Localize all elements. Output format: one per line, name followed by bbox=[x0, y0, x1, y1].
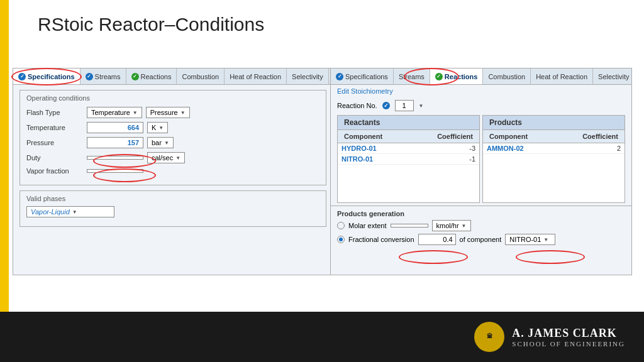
press-unit-arrow: ▼ bbox=[164, 140, 169, 146]
left-panel: ✓ Specifications ✓ Streams ✓ Reactions C… bbox=[13, 68, 333, 275]
flash-type-label: Flash Type bbox=[26, 109, 83, 116]
pressure-row: Pressure 157 bar ▼ bbox=[26, 137, 319, 148]
tab-combustion-label: Combustion bbox=[182, 73, 219, 80]
temp-unit-arrow: ▼ bbox=[158, 125, 164, 131]
molar-extent-arrow: ▼ bbox=[462, 223, 467, 229]
operating-conditions-label: Operating conditions bbox=[26, 94, 319, 102]
reaction-no-value[interactable]: 1 bbox=[395, 100, 414, 111]
duty-unit-arrow: ▼ bbox=[175, 155, 180, 161]
streams-tab-icon: ✓ bbox=[86, 73, 93, 80]
valid-phases-dropdown[interactable]: Vapor-Liquid ▼ bbox=[26, 206, 114, 217]
footer-bar: 🏛 A. James Clark School of Engineering bbox=[0, 312, 644, 362]
tab-reactions-right[interactable]: ✓ Reactions bbox=[430, 69, 484, 84]
tab-specifications-right[interactable]: ✓ Specifications bbox=[331, 69, 394, 84]
tab-reactions-label-right: Reactions bbox=[445, 73, 478, 80]
products-col-component: Component bbox=[487, 131, 577, 141]
molar-extent-value-field[interactable] bbox=[391, 224, 428, 228]
reactant-2-coeff: -1 bbox=[431, 155, 475, 163]
duty-unit-dropdown[interactable]: cal/sec ▼ bbox=[147, 152, 185, 163]
vapor-fraction-field[interactable] bbox=[87, 169, 143, 173]
fractional-conv-label: Fractional conversion bbox=[348, 236, 414, 243]
products-title: Products bbox=[487, 117, 621, 128]
specs-tab-icon: ✓ bbox=[18, 73, 26, 80]
flash-type-temp-dropdown[interactable]: Temperature ▼ bbox=[87, 107, 142, 118]
edit-stoichiometry-link[interactable]: Edit Stoichiometry bbox=[331, 85, 631, 97]
product-row-1: AMMON-02 2 bbox=[483, 143, 625, 154]
reaction-no-label: Reaction No. bbox=[337, 102, 377, 109]
reactants-col-component: Component bbox=[341, 131, 431, 141]
vapor-fraction-row: Vapor fraction bbox=[26, 167, 319, 175]
pressure-unit: bar bbox=[152, 139, 162, 146]
temperature-unit-dropdown[interactable]: K ▼ bbox=[147, 122, 168, 133]
reactant-2-component: NITRO-01 bbox=[341, 155, 431, 163]
logo-area: 🏛 A. James Clark School of Engineering bbox=[474, 322, 625, 352]
molar-extent-row: Molar extent kmol/hr ▼ bbox=[337, 220, 625, 231]
molar-extent-label: Molar extent bbox=[348, 222, 387, 229]
yellow-accent-bar bbox=[0, 0, 9, 362]
of-component-dropdown[interactable]: NITRO-01 ▼ bbox=[505, 234, 555, 245]
of-component-value: NITRO-01 bbox=[509, 236, 541, 243]
tab-streams-right[interactable]: Streams bbox=[394, 69, 430, 84]
operating-conditions-section: Operating conditions Flash Type Temperat… bbox=[19, 90, 326, 185]
fractional-conv-radio[interactable] bbox=[337, 236, 345, 243]
reactant-row-2: NITRO-01 -1 bbox=[338, 154, 479, 165]
flash-press-arrow: ▼ bbox=[180, 110, 186, 116]
pressure-label: Pressure bbox=[26, 139, 83, 146]
flash-type-press-value: Pressure bbox=[150, 109, 178, 116]
molar-extent-radio[interactable] bbox=[337, 222, 345, 229]
school-logo-text: A. James Clark School of Engineering bbox=[512, 327, 625, 348]
temperature-row: Temperature 664 K ▼ bbox=[26, 122, 319, 133]
flash-type-press-dropdown[interactable]: Pressure ▼ bbox=[146, 107, 190, 118]
left-tab-bar: ✓ Specifications ✓ Streams ✓ Reactions C… bbox=[13, 69, 333, 85]
reaction-no-row: Reaction No. ✓ 1 ▼ bbox=[331, 97, 631, 115]
vapor-fraction-label: Vapor fraction bbox=[26, 167, 83, 175]
tab-reactions-left[interactable]: ✓ Reactions bbox=[126, 69, 177, 84]
tab-combustion-right[interactable]: Combustion bbox=[483, 69, 531, 84]
reaction-no-icon: ✓ bbox=[382, 102, 390, 109]
reactants-col-header: Component Coefficient bbox=[338, 130, 479, 143]
flash-type-temp-value: Temperature bbox=[91, 109, 130, 116]
products-box: Products Component Coefficient AMMON-02 … bbox=[482, 115, 625, 203]
temperature-label: Temperature bbox=[26, 124, 83, 131]
reaction-no-arrow[interactable]: ▼ bbox=[419, 103, 424, 109]
university-seal: 🏛 bbox=[474, 322, 504, 352]
flash-temp-arrow: ▼ bbox=[133, 110, 138, 116]
reactant-1-coeff: -3 bbox=[431, 145, 475, 152]
pressure-unit-dropdown[interactable]: bar ▼ bbox=[147, 137, 174, 148]
reactants-col-coeff: Coefficient bbox=[431, 131, 475, 141]
tab-heat-label: Heat of Reaction bbox=[230, 73, 281, 80]
pressure-value-field[interactable]: 157 bbox=[87, 137, 143, 148]
valid-phases-row: Vapor-Liquid ▼ bbox=[26, 206, 319, 217]
products-col-coeff: Coefficient bbox=[577, 131, 621, 141]
reactant-row-1: HYDRO-01 -3 bbox=[338, 143, 479, 154]
fractional-conv-value-field[interactable]: 0.4 bbox=[418, 234, 456, 245]
specs-icon-right: ✓ bbox=[336, 73, 343, 80]
of-comp-arrow: ▼ bbox=[543, 237, 548, 243]
valid-phases-value: Vapor-Liquid bbox=[31, 208, 70, 216]
school-subtitle: School of Engineering bbox=[512, 340, 625, 348]
temperature-value-field[interactable]: 664 bbox=[87, 122, 143, 133]
reactants-header: Reactants bbox=[338, 116, 479, 130]
valid-phases-title: Valid phases bbox=[26, 195, 319, 202]
tab-sel-label: Selectivity bbox=[292, 73, 323, 80]
tab-heat-left[interactable]: Heat of Reaction bbox=[225, 69, 287, 84]
tab-streams-label-right: Streams bbox=[399, 73, 425, 80]
tab-specifications-left[interactable]: ✓ Specifications bbox=[13, 69, 80, 84]
molar-extent-unit-dropdown[interactable]: kmol/hr ▼ bbox=[432, 220, 471, 231]
school-name: A. James Clark bbox=[512, 327, 625, 340]
tab-reactions-label-left: Reactions bbox=[141, 73, 172, 80]
tab-combustion-left[interactable]: Combustion bbox=[177, 69, 225, 84]
seal-text: 🏛 bbox=[487, 334, 492, 340]
tab-heat-right[interactable]: Heat of Reaction bbox=[531, 69, 593, 84]
valid-phases-section: Valid phases Vapor-Liquid ▼ bbox=[19, 190, 326, 227]
valid-phases-arrow: ▼ bbox=[72, 209, 77, 215]
tab-selectivity-right[interactable]: Selectivity bbox=[593, 69, 631, 84]
tab-specs-label-right: Specifications bbox=[345, 73, 388, 80]
tab-streams-left[interactable]: ✓ Streams bbox=[80, 69, 126, 84]
tab-heat-label-right: Heat of Reaction bbox=[536, 73, 587, 80]
duty-row: Duty cal/sec ▼ bbox=[26, 152, 319, 163]
product-1-component: AMMON-02 bbox=[487, 145, 577, 152]
duty-value-field[interactable] bbox=[87, 156, 143, 160]
tab-selectivity-left[interactable]: Selectivity bbox=[287, 69, 329, 84]
left-panel-content: Operating conditions Flash Type Temperat… bbox=[13, 85, 333, 232]
